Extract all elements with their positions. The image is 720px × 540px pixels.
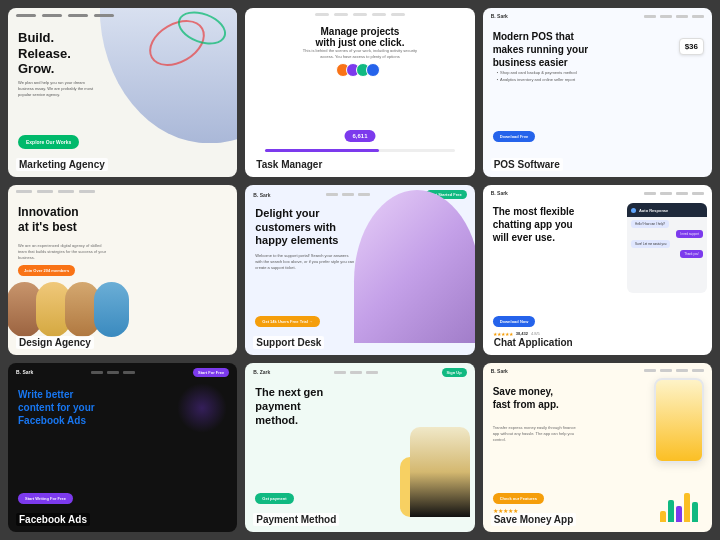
- card-payment-method[interactable]: B. Zark Sign Up The next gen payment met…: [245, 363, 474, 532]
- card-headline: Manage projects with just one click.: [316, 26, 405, 48]
- logo: B. Sark: [16, 369, 33, 375]
- team-photo-group: [13, 282, 129, 337]
- chart-bar-item: [692, 502, 698, 522]
- logo: B. Sark: [491, 368, 508, 374]
- team-person: [94, 282, 129, 337]
- nav-item: [91, 371, 103, 374]
- nav-bar: B. Sark Start For Free: [8, 368, 237, 377]
- nav-item: [660, 15, 672, 18]
- nav-item: [326, 193, 338, 196]
- card-headline: Save money, fast from app.: [493, 385, 593, 411]
- nav-item: [676, 369, 688, 372]
- nav-cta-button[interactable]: Sign Up: [442, 368, 467, 377]
- online-indicator: [631, 208, 636, 213]
- nav-links: [644, 15, 704, 18]
- nav-item: [79, 190, 95, 193]
- card-pos-software[interactable]: B. Sark Modern POS that makes running yo…: [483, 8, 712, 177]
- nav-item: [334, 13, 348, 16]
- card-support-desk[interactable]: B. Sark Get Started Free Delight your cu…: [245, 185, 474, 354]
- nav-links: [91, 371, 135, 374]
- card-label: Design Agency: [16, 336, 94, 349]
- price-display: $36: [679, 38, 704, 55]
- nav-bar: B. Sark: [483, 13, 712, 19]
- card-subtext: Transfer express money easily through fi…: [493, 425, 583, 443]
- nav-item: [42, 14, 62, 17]
- nav-item: [692, 192, 704, 195]
- nav-bar: B. Sark: [483, 368, 712, 374]
- cta-button[interactable]: Download Free: [493, 131, 536, 142]
- chat-username: Auto Response: [639, 208, 668, 213]
- nav-item: [350, 371, 362, 374]
- nav-cta-button[interactable]: Start For Free: [193, 368, 229, 377]
- chart-bars: [658, 484, 700, 524]
- cta-button[interactable]: Explore Our Works: [18, 135, 79, 149]
- card-subtext: We plan and help you run your dream busi…: [18, 80, 98, 98]
- nav-item: [342, 193, 354, 196]
- nav-bar: [245, 13, 474, 16]
- nav-item: [391, 13, 405, 16]
- cta-button[interactable]: Start Writing For Free: [18, 493, 73, 504]
- nav-links: [326, 193, 370, 196]
- card-chat-application[interactable]: B. Sark The most flexible chatting app y…: [483, 185, 712, 354]
- counter-badge: 6,611: [344, 130, 375, 142]
- nav-item: [692, 15, 704, 18]
- chat-messages: Hello! How can I help? I need support Su…: [627, 217, 707, 261]
- card-headline: The most flexible chatting app you will …: [493, 205, 613, 244]
- cta-button[interactable]: Join Over 204 members: [18, 265, 75, 276]
- template-grid: Build. Release. Grow. We plan and help y…: [0, 0, 720, 540]
- card-label: Payment Method: [253, 513, 339, 526]
- nav-item: [660, 369, 672, 372]
- avatar-group: [340, 63, 380, 77]
- logo: B. Zark: [253, 369, 270, 375]
- chart-bar-item: [676, 506, 682, 522]
- nav-item: [353, 13, 367, 16]
- nav-item: [676, 192, 688, 195]
- nav-item: [334, 371, 346, 374]
- hero-person-image: [410, 427, 470, 517]
- nav-bar: [16, 14, 229, 17]
- card-headline: Write better content for your Facebook A…: [18, 388, 148, 427]
- message-bubble: Sure! Let me assist you: [631, 240, 670, 248]
- card-label: Save Money App: [491, 513, 577, 526]
- card-label: Facebook Ads: [16, 513, 90, 526]
- cta-button[interactable]: Check our Features: [493, 493, 544, 504]
- nav-item: [644, 15, 656, 18]
- nav-item: [107, 371, 119, 374]
- message-bubble-mine: I need support: [676, 230, 703, 238]
- chart-bar-item: [684, 493, 690, 522]
- message-bubble-mine: Thank you!: [680, 250, 703, 258]
- card-label: Task Manager: [253, 158, 325, 171]
- card-marketing-agency[interactable]: Build. Release. Grow. We plan and help y…: [8, 8, 237, 177]
- cta-button[interactable]: Get payment: [255, 493, 293, 504]
- card-subtext: This is behind the scenes of your work, …: [300, 48, 420, 60]
- card-task-manager[interactable]: Manage projects with just one click. Thi…: [245, 8, 474, 177]
- card-headline: Modern POS that makes running your busin…: [493, 30, 593, 69]
- feature-item: Shop and card backup & payments method: [497, 70, 577, 75]
- feature-item: Analytics inventory and online seller re…: [497, 77, 577, 82]
- nav-item: [58, 190, 74, 193]
- avatar: [366, 63, 380, 77]
- feature-list: Shop and card backup & payments method A…: [497, 70, 577, 84]
- cta-button[interactable]: Get 14k Users Free Trial →: [255, 316, 320, 327]
- logo: B. Sark: [253, 192, 270, 198]
- chat-header: Auto Response: [627, 203, 707, 217]
- card-label: Chat Application: [491, 336, 576, 349]
- nav-item: [94, 14, 114, 17]
- card-label: POS Software: [491, 158, 563, 171]
- progress-fill: [265, 149, 379, 152]
- card-facebook-ads[interactable]: B. Sark Start For Free Write better cont…: [8, 363, 237, 532]
- nav-links: [644, 192, 704, 195]
- card-save-money[interactable]: B. Sark Save money, fast from app. Trans…: [483, 363, 712, 532]
- cta-button[interactable]: Download Now: [493, 316, 536, 327]
- nav-item: [16, 14, 36, 17]
- hero-person-image: [354, 190, 475, 342]
- card-headline: Build. Release. Grow.: [18, 30, 71, 77]
- nav-item: [372, 13, 386, 16]
- nav-item: [68, 14, 88, 17]
- card-subtext: We are an experienced digital agency of …: [18, 243, 108, 261]
- nav-item: [37, 190, 53, 193]
- progress-bar: [265, 149, 454, 152]
- card-design-agency[interactable]: Innovation at it's best We are an experi…: [8, 185, 237, 354]
- nav-item: [315, 13, 329, 16]
- chart-bar-item: [660, 511, 666, 522]
